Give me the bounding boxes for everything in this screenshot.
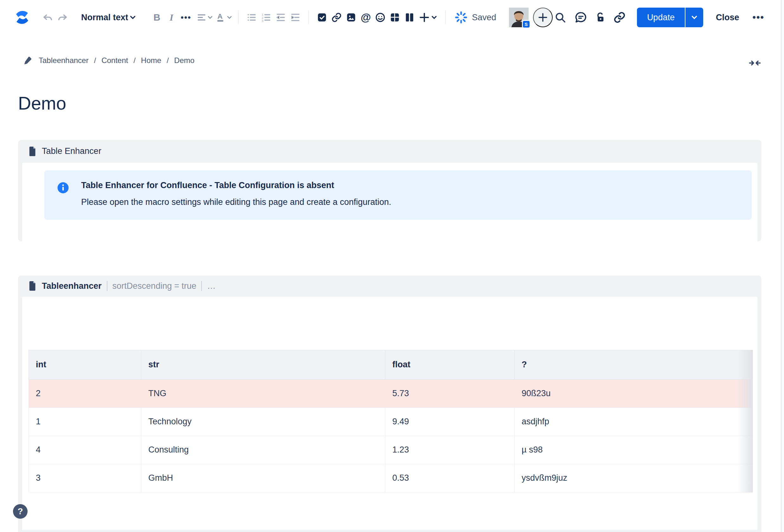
bold-icon: B [153,12,160,23]
info-panel-title: Table Enhancer for Confluence - Table Co… [81,180,391,190]
copy-link-button[interactable] [612,8,627,27]
info-panel: Table Enhancer for Confluence - Table Co… [45,170,752,220]
table-head: intstrfloat? [29,350,753,379]
invite-button[interactable] [533,8,553,27]
text-color-dropdown[interactable]: A [216,8,232,27]
macro-title: Tableenhancer [42,281,102,291]
plus-icon [418,11,430,24]
chevron-down-icon [206,14,214,21]
mention-button[interactable]: @ [358,8,373,27]
confluence-logo[interactable] [12,7,32,28]
redo-icon [57,12,68,23]
toolbar-divider [445,10,446,24]
column-header: int [29,350,141,379]
macro-body: intstrfloat? 2TNG5.7390ß23u1Technology9.… [22,297,757,530]
unlock-icon [594,11,606,24]
undo-button[interactable] [40,8,55,27]
chevron-down-icon [690,13,698,22]
italic-icon: I [170,12,173,23]
comments-button[interactable] [573,8,589,27]
breadcrumb-item-content[interactable]: Content [102,56,128,65]
macro-body: Table Enhancer for Confluence - Table Co… [22,163,757,241]
table-scroll-container[interactable]: intstrfloat? 2TNG5.7390ß23u1Technology9.… [29,350,753,493]
table-cell: 4 [29,436,141,464]
table-cell: 90ß23u [515,379,753,408]
comment-icon [575,11,587,24]
table-row: 1Technology9.49asdjhfp [29,408,753,436]
insert-link-button[interactable] [329,8,344,27]
info-icon [57,182,69,207]
breadcrumb-separator: / [94,56,96,65]
breadcrumb-item-home[interactable]: Home [141,56,161,65]
table-cell: asdjhfp [515,408,753,436]
breadcrumb-item-space[interactable]: Tableenhancer [39,56,88,65]
text-color-icon: A [215,12,226,23]
more-formatting-button[interactable]: ••• [179,8,193,27]
user-avatar[interactable]: S [509,8,529,27]
outdent-button[interactable] [274,8,288,27]
outdent-icon [275,12,286,23]
tableenhancer-macro: Tableenhancer sortDescending = true … in… [18,275,761,532]
save-status: Saved [472,13,496,23]
macro-param-divider [201,281,202,291]
text-style-label: Normal text [81,13,128,23]
emoji-button[interactable] [373,8,388,27]
table-enhancer-macro: Table Enhancer Table Enhancer for Conflu… [18,140,761,241]
search-button[interactable] [553,8,568,27]
table-cell: µ s98 [515,436,753,464]
breadcrumb-item-demo[interactable]: Demo [174,56,195,65]
layouts-button[interactable] [402,8,417,27]
collapse-arrows-icon [749,57,761,69]
breadcrumb-separator: / [133,56,136,65]
macro-params: sortDescending = true [112,281,196,291]
text-align-icon [196,12,206,23]
alignment-dropdown[interactable] [197,8,213,27]
indent-button[interactable] [288,8,303,27]
table-body: 2TNG5.7390ß23u1Technology9.49asdjhfp4Con… [29,379,753,492]
help-button[interactable]: ? [13,504,28,519]
insert-more-button[interactable] [417,8,440,27]
svg-text:3: 3 [262,19,264,23]
page-scrollbar[interactable] [781,0,784,532]
chevron-down-icon [430,13,438,21]
table-cell: 3 [29,464,141,492]
task-checkbox-icon [316,12,327,23]
macro-header[interactable]: Tableenhancer sortDescending = true … [18,275,761,297]
image-icon [346,12,357,23]
link-icon [331,12,342,23]
bold-button[interactable]: B [149,8,164,27]
insert-table-button[interactable] [388,8,402,27]
breadcrumb: Tableenhancer / Content / Home / Demo [23,56,784,65]
insert-image-button[interactable] [344,8,358,27]
update-options-button[interactable] [685,8,703,27]
table-cell: Consulting [141,436,385,464]
numbered-list-button[interactable]: 123 [259,8,274,27]
share-link-icon [613,11,626,24]
columns-layout-icon [404,12,415,23]
macro-title: Table Enhancer [42,146,102,156]
table-cell: 1 [29,408,141,436]
update-split-button: Update [637,8,703,27]
text-style-dropdown[interactable]: Normal text [81,13,137,23]
table-icon [389,12,400,23]
bullet-list-button[interactable] [244,8,259,27]
svg-text:A: A [217,12,222,20]
more-actions-button[interactable]: ••• [750,12,766,23]
header-row: intstrfloat? [29,350,753,379]
task-list-button[interactable] [315,8,329,27]
restrictions-button[interactable] [593,8,608,27]
toolbar-divider [308,10,309,24]
table-cell: Technology [141,408,385,436]
bullet-list-icon [246,12,257,23]
page-title[interactable]: Demo [18,93,784,114]
italic-button[interactable]: I [164,8,179,27]
redo-button[interactable] [55,8,70,27]
update-button[interactable]: Update [637,8,685,27]
avatar-status-badge: S [522,20,531,29]
breadcrumb-separator: / [167,56,169,65]
close-button[interactable]: Close [714,12,741,23]
collapse-width-button[interactable] [747,56,763,70]
toolbar-divider [238,10,239,24]
table-cell: 0.53 [385,464,515,492]
macro-header[interactable]: Table Enhancer [18,140,761,163]
